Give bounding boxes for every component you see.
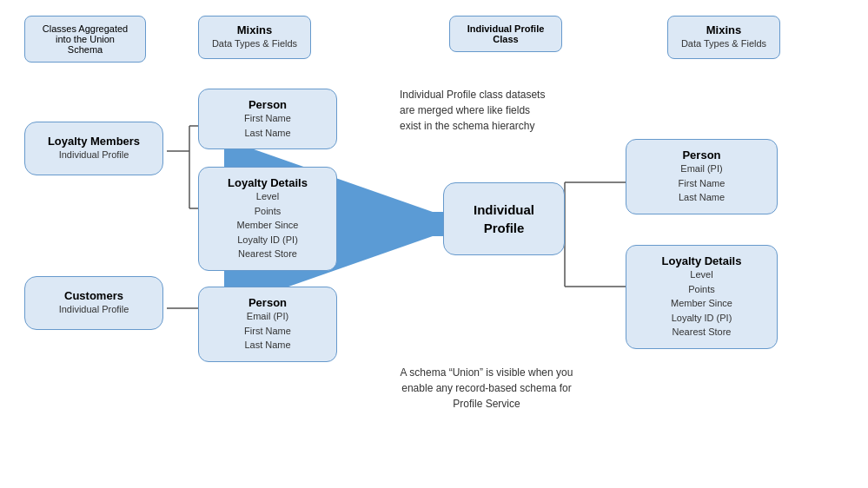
individual-profile-center-box: Individual Profile — [443, 182, 565, 255]
person-bottom-mixin-box: Person Email (PI)First NameLast Name — [198, 287, 337, 362]
union-text: A schema “Union” is visible when you ena… — [400, 365, 573, 412]
loyalty-details-right-mixin-box: Loyalty Details LevelPointsMember SinceL… — [626, 245, 778, 349]
merge-text: Individual Profile class datasets are me… — [400, 87, 552, 134]
person-top-mixin-box: Person First NameLast Name — [198, 89, 337, 149]
customers-box: Customers Individual Profile — [24, 276, 163, 330]
mixins-right-label: Mixins Data Types & Fields — [667, 16, 780, 59]
classes-aggregated-label: Classes Aggregated into the Union Schema — [24, 16, 146, 63]
person-right-mixin-box: Person Email (PI)First NameLast Name — [626, 139, 778, 214]
diagram: Classes Aggregated into the Union Schema… — [0, 0, 868, 488]
connectors-svg — [0, 0, 868, 488]
svg-line-5 — [189, 308, 198, 321]
mixins-left-label: Mixins Data Types & Fields — [198, 16, 311, 59]
loyalty-members-box: Loyalty Members Individual Profile — [24, 122, 163, 175]
loyalty-details-mixin-box: Loyalty Details LevelPointsMember SinceL… — [198, 167, 337, 271]
individual-profile-class-label: Individual Profile Class — [449, 16, 562, 52]
